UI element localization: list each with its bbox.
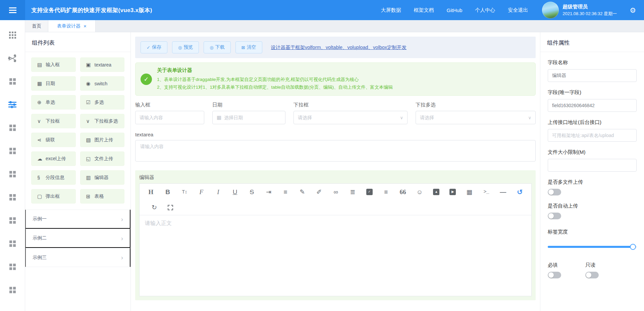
table-icon[interactable]: ▦: [466, 188, 473, 195]
app-header: 支持业务代码扩展的快速开发框架(vue3.x版本) 大屏数据框架文档GitHub…: [0, 0, 644, 20]
slider-knob[interactable]: [630, 244, 636, 250]
example-group-item[interactable]: 示例三 ›: [25, 248, 130, 267]
component-item[interactable]: ▦ 日期: [31, 76, 76, 91]
quote-icon[interactable]: 66: [399, 188, 406, 195]
field-input[interactable]: [298, 115, 397, 120]
tab[interactable]: 表单设计器 ×: [48, 20, 96, 32]
code-icon[interactable]: >_: [483, 188, 490, 195]
textarea-input[interactable]: [135, 140, 536, 162]
toolbar-button[interactable]: ◎ 下载: [204, 41, 230, 53]
highlight-pen-icon[interactable]: ✎: [299, 188, 306, 195]
upload-url-input[interactable]: [548, 129, 637, 142]
font-color-icon[interactable]: ✐: [316, 188, 322, 195]
sidebar-menu-item[interactable]: [0, 70, 25, 93]
slider-track[interactable]: [548, 246, 637, 248]
font-family-icon[interactable]: F: [198, 188, 205, 195]
sidebar-menu-item[interactable]: [0, 47, 25, 70]
component-item[interactable]: ⋖ 级联: [31, 133, 76, 147]
header-nav-item[interactable]: 个人中心: [475, 7, 495, 13]
label-width-slider[interactable]: [548, 244, 637, 250]
bullet-list-icon[interactable]: ≣: [350, 188, 356, 195]
component-item[interactable]: ▢ 弹出框: [31, 189, 76, 204]
tab[interactable]: 首页: [25, 20, 48, 32]
editor-content-area[interactable]: 请输入正文: [140, 215, 531, 296]
component-item[interactable]: ▧ 图片上传: [80, 133, 125, 147]
component-item[interactable]: ⊕ 单选: [31, 95, 76, 109]
component-item[interactable]: ∨ 下拉框: [31, 114, 76, 128]
close-tab-icon[interactable]: ×: [84, 24, 87, 29]
redo-icon[interactable]: ↻: [151, 204, 158, 211]
required-toggle[interactable]: [548, 272, 561, 278]
framework-link[interactable]: 设计器基于框架volform、voltable、volupload、volbox…: [271, 44, 407, 51]
field-input[interactable]: [420, 115, 525, 120]
user-name: 超级管理员: [562, 4, 617, 10]
example-group-item[interactable]: 示例二 ›: [25, 229, 130, 248]
select-field[interactable]: ∨: [293, 111, 408, 124]
component-item[interactable]: ▤ 输入框: [31, 57, 76, 72]
strikethrough-icon[interactable]: S: [249, 188, 255, 195]
todo-checkbox-icon[interactable]: ✓: [366, 189, 373, 195]
sidebar-menu-item[interactable]: [0, 139, 25, 163]
component-item[interactable]: ▣ textarea: [80, 57, 125, 72]
font-size-icon[interactable]: T↕: [181, 188, 188, 195]
property-label: 文件大小限制(M): [548, 149, 637, 156]
underline-icon[interactable]: U: [232, 188, 238, 195]
sidebar-collapse-button[interactable]: [0, 0, 25, 20]
sidebar-menu-item[interactable]: [0, 186, 25, 209]
component-item[interactable]: ⊞ 表格: [80, 189, 125, 204]
multi-select-field[interactable]: ∨: [416, 111, 536, 124]
sidebar-menu-item[interactable]: [0, 278, 25, 302]
sidebar-menu-item[interactable]: [0, 232, 25, 255]
component-item[interactable]: § 分段信息: [31, 170, 76, 185]
field-key-input[interactable]: [548, 99, 637, 112]
chevron-down-icon[interactable]: ∨: [528, 115, 531, 120]
indent-icon[interactable]: ⇥: [265, 188, 272, 195]
bold-icon[interactable]: B: [164, 188, 171, 195]
field-input[interactable]: [224, 115, 281, 120]
file-size-limit-input[interactable]: [548, 159, 637, 172]
date-field[interactable]: ▦: [212, 111, 285, 124]
user-avatar[interactable]: [542, 2, 559, 18]
component-item[interactable]: ∨ 下拉框多选: [80, 114, 125, 128]
component-item[interactable]: ◉ switch: [80, 76, 125, 91]
component-item[interactable]: ☑ 多选: [80, 95, 125, 109]
image-icon[interactable]: ▲: [433, 189, 439, 195]
sidebar-menu-item[interactable]: [0, 24, 25, 47]
field-name-input[interactable]: [548, 69, 637, 82]
component-item[interactable]: ◱ 文件上传: [80, 151, 125, 166]
sidebar-menu-item[interactable]: [0, 163, 25, 186]
undo-icon[interactable]: ↺: [517, 188, 523, 195]
fullscreen-icon[interactable]: [168, 205, 173, 210]
header-nav-item[interactable]: 安全退出: [508, 7, 528, 13]
italic-icon[interactable]: I: [215, 188, 222, 195]
sidebar-menu-item[interactable]: [0, 93, 25, 116]
line-height-icon[interactable]: ≡: [282, 188, 289, 195]
sidebar-menu-item[interactable]: [0, 116, 25, 139]
multi-file-upload-toggle[interactable]: [548, 189, 561, 195]
emoji-icon[interactable]: ☺: [416, 188, 423, 195]
header-nav-item[interactable]: 框架文档: [414, 7, 434, 13]
toolbar-button[interactable]: ✓ 保存: [141, 41, 167, 53]
example-group-item[interactable]: 示例一 ›: [25, 210, 130, 229]
auto-upload-toggle[interactable]: [548, 213, 561, 219]
readonly-toggle[interactable]: [585, 272, 599, 278]
field-input[interactable]: [140, 115, 200, 120]
chevron-down-icon[interactable]: ∨: [400, 115, 403, 120]
user-info[interactable]: 超级管理员 2021.08.30 02:36:32 星期一: [542, 2, 617, 18]
component-item[interactable]: ▥ 编辑器: [80, 170, 125, 185]
align-icon[interactable]: ≡: [383, 188, 389, 195]
video-icon[interactable]: ▶: [449, 189, 456, 195]
header-nav-item[interactable]: GitHub: [447, 7, 463, 13]
text-input-field[interactable]: [135, 111, 204, 124]
editor-field-selected[interactable]: 编辑器 HBT↕FIUS⇥≡✎✐∞≣✓≡66☺▲▶▦>_—↺ ↻ 请输入正文: [135, 170, 536, 300]
toolbar-button[interactable]: ⊠ 清空: [235, 41, 262, 53]
divider-icon[interactable]: —: [500, 188, 506, 195]
header-nav-item[interactable]: 大屏数据: [381, 7, 401, 13]
heading-icon[interactable]: H: [148, 188, 154, 195]
sidebar-menu-item[interactable]: [0, 209, 25, 232]
sidebar-menu-item[interactable]: [0, 255, 25, 278]
component-item[interactable]: ☁ excel上传: [31, 151, 76, 166]
toolbar-button[interactable]: ◎ 预览: [172, 41, 199, 53]
link-icon[interactable]: ∞: [332, 188, 339, 195]
gear-icon[interactable]: ⚙: [630, 7, 636, 14]
